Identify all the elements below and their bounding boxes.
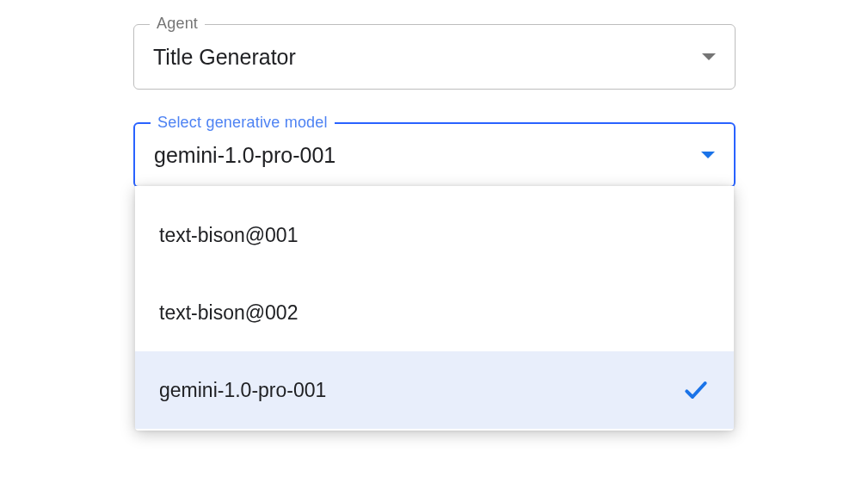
- agent-select-value: Title Generator: [153, 45, 702, 70]
- dropdown-arrow-icon: [701, 152, 715, 158]
- model-option[interactable]: text-bison@001: [135, 196, 734, 274]
- check-icon: [682, 376, 710, 404]
- model-option-label: text-bison@002: [159, 301, 298, 325]
- model-option[interactable]: gemini-1.0-pro-001: [135, 351, 734, 429]
- dropdown-arrow-icon: [702, 53, 716, 60]
- agent-select[interactable]: Agent Title Generator: [133, 24, 736, 90]
- model-option-label: gemini-1.0-pro-001: [159, 379, 326, 402]
- model-dropdown-menu: text-bison@001 text-bison@002 gemini-1.0…: [135, 186, 734, 431]
- model-select-label: Select generative model: [151, 114, 335, 132]
- agent-select-label: Agent: [150, 15, 205, 33]
- model-option[interactable]: text-bison@002: [135, 274, 734, 351]
- model-select[interactable]: Select generative model gemini-1.0-pro-0…: [133, 122, 736, 188]
- model-select-value: gemini-1.0-pro-001: [154, 143, 701, 168]
- model-option-label: text-bison@001: [159, 224, 298, 247]
